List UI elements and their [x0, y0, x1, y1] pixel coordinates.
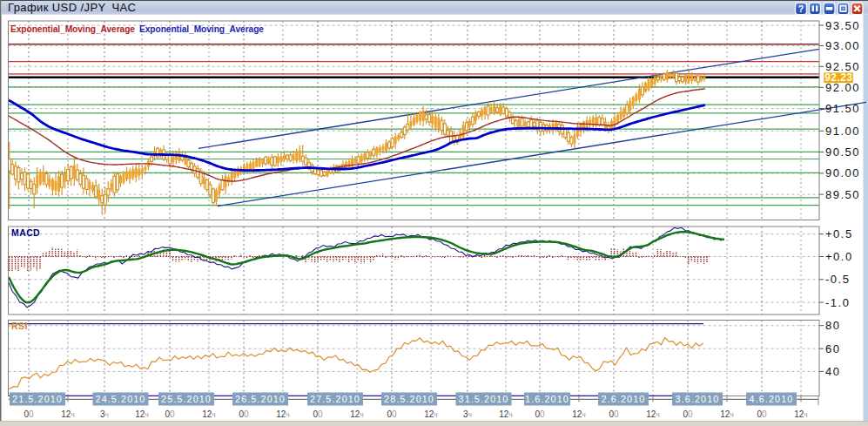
svg-text:12ч: 12ч — [499, 409, 513, 419]
svg-text:00: 00 — [24, 409, 34, 419]
svg-text:12ч: 12ч — [720, 409, 734, 419]
svg-text:28.5.2010: 28.5.2010 — [384, 394, 434, 404]
svg-text:24.5.2010: 24.5.2010 — [96, 394, 146, 404]
svg-text:+0.5: +0.5 — [825, 227, 853, 240]
svg-text:3.6.2010: 3.6.2010 — [676, 394, 720, 404]
svg-text:40: 40 — [825, 365, 840, 378]
svg-text:Exponential_Moving_Average: Exponential_Moving_Average — [10, 24, 135, 34]
svg-text:00: 00 — [313, 409, 323, 419]
svg-text:2.6.2010: 2.6.2010 — [602, 394, 646, 404]
svg-text:00: 00 — [165, 409, 175, 419]
svg-text:12ч: 12ч — [61, 409, 75, 419]
svg-text:12ч: 12ч — [572, 409, 586, 419]
svg-text:93.00: 93.00 — [825, 39, 860, 52]
svg-text:12ч: 12ч — [135, 409, 149, 419]
svg-text:RSI: RSI — [11, 321, 28, 331]
svg-text:25.5.2010: 25.5.2010 — [161, 394, 212, 404]
svg-text:1.6.2010: 1.6.2010 — [525, 394, 569, 404]
svg-text:-0.5: -0.5 — [825, 273, 850, 286]
svg-text:00: 00 — [609, 409, 619, 419]
svg-text:93.50: 93.50 — [825, 19, 860, 32]
svg-text:31.5.2010: 31.5.2010 — [459, 394, 509, 404]
svg-text:60: 60 — [825, 342, 840, 355]
svg-text:12ч: 12ч — [424, 409, 438, 419]
svg-text:12ч: 12ч — [646, 409, 660, 419]
svg-text:12ч: 12ч — [202, 409, 216, 419]
svg-text:00: 00 — [683, 409, 693, 419]
svg-text:3ч: 3ч — [100, 409, 109, 419]
svg-text:?: ? — [798, 3, 804, 14]
svg-text:4.6.2010: 4.6.2010 — [750, 394, 794, 404]
svg-text:92.23: 92.23 — [824, 71, 852, 84]
svg-text:12ч: 12ч — [350, 409, 364, 419]
svg-text:00: 00 — [535, 409, 545, 419]
svg-text:MACD: MACD — [11, 227, 40, 238]
svg-text:91.50: 91.50 — [825, 102, 860, 115]
svg-text:21.5.2010: 21.5.2010 — [12, 394, 63, 404]
svg-text:90.00: 90.00 — [825, 166, 860, 179]
svg-text:26.5.2010: 26.5.2010 — [235, 394, 286, 404]
svg-text:Exponential_Moving_Average: Exponential_Moving_Average — [139, 24, 264, 34]
svg-text:27.5.2010: 27.5.2010 — [310, 394, 360, 404]
svg-text:00: 00 — [239, 409, 249, 419]
svg-text:3ч: 3ч — [463, 409, 472, 419]
svg-text:89.50: 89.50 — [825, 188, 860, 201]
svg-text:+0.0: +0.0 — [825, 250, 853, 263]
svg-text:90.50: 90.50 — [825, 145, 860, 159]
svg-text:12ч: 12ч — [276, 409, 290, 419]
svg-text:График USD /JPYЧАС: График USD /JPYЧАС — [8, 1, 136, 14]
svg-text:-1.0: -1.0 — [825, 296, 850, 309]
svg-text:91.00: 91.00 — [825, 125, 860, 138]
svg-text:12ч: 12ч — [794, 409, 808, 419]
svg-text:00: 00 — [387, 409, 397, 419]
svg-text:80: 80 — [825, 319, 840, 332]
svg-text:00: 00 — [757, 409, 767, 419]
